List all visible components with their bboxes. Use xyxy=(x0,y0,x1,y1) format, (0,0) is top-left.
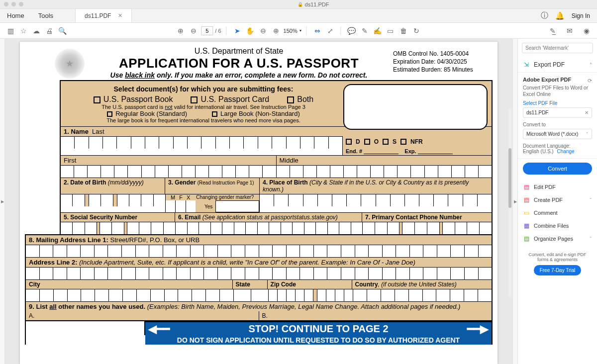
state-cells[interactable] xyxy=(233,289,268,301)
rotate-icon[interactable]: ↻ xyxy=(411,25,422,36)
combine-files-tool[interactable]: ▦Combine Files xyxy=(518,219,597,232)
panel-footer: Convert, edit and e-sign PDF forms & agr… xyxy=(518,247,597,280)
arrow-left-icon: ◀━━ xyxy=(148,323,170,336)
page-number-input[interactable] xyxy=(201,26,213,35)
comment-tool-icon: ▭ xyxy=(523,209,530,216)
large-book-checkbox[interactable]: Large Book (Non-Standard) xyxy=(212,110,300,117)
field-8-address1: 8. Mailing Address Line 1: Street/RFD#, … xyxy=(26,234,492,245)
pointer-icon[interactable]: ➤ xyxy=(232,25,243,36)
esign-icon[interactable]: ✎̲ xyxy=(547,25,558,36)
fit-width-icon[interactable]: ⇔ xyxy=(312,25,323,36)
close-window-dot[interactable] xyxy=(4,2,8,6)
field-5-ssn: 5. Social Security Number xyxy=(61,213,175,222)
stop-sub-banner: DO NOT SIGN APPLICATION UNTIL REQUESTED … xyxy=(145,336,492,345)
country-cells[interactable] xyxy=(353,289,492,301)
refresh-icon[interactable]: ⟳ xyxy=(588,78,592,84)
minimize-window-dot[interactable] xyxy=(11,2,16,6)
status-d-checkbox[interactable] xyxy=(346,139,352,145)
passport-card-checkbox[interactable]: U.S. Passport Card xyxy=(191,95,269,104)
email-cells[interactable] xyxy=(175,222,362,234)
vertical-scrollbar[interactable] xyxy=(508,108,511,297)
zoom-level: 150% xyxy=(284,28,298,34)
dob-cells[interactable] xyxy=(61,194,165,212)
select-pdf-link[interactable]: Select PDF File xyxy=(523,100,592,106)
zoom-dropdown-icon[interactable]: ▾ xyxy=(299,28,301,33)
pob-cells[interactable] xyxy=(260,194,492,212)
comment-icon[interactable]: 💬 xyxy=(346,25,357,36)
export-pdf-tool[interactable]: ⇲ Export PDF ˄ xyxy=(518,57,597,73)
right-rail-collapse-icon[interactable]: ▶ xyxy=(514,199,517,204)
card-note: The U.S. passport card is not valid for … xyxy=(65,104,342,110)
sign-in-link[interactable]: Sign In xyxy=(572,12,590,19)
profile-icon[interactable]: ◉ xyxy=(581,25,592,36)
clear-file-icon[interactable]: ✕ xyxy=(585,110,589,115)
pdf-page: U.S. Department of State APPLICATION FOR… xyxy=(20,42,498,364)
zoom-out-icon[interactable]: ⊖ xyxy=(258,25,269,36)
passport-book-checkbox[interactable]: U.S. Passport Book xyxy=(94,95,173,104)
label-middle: Middle xyxy=(276,156,492,165)
hand-icon[interactable]: ✋ xyxy=(245,25,256,36)
field-9-other-names: 9. List all other names you have used. (… xyxy=(26,301,492,311)
gender-options[interactable]: MFX Changing gender marker? xyxy=(166,194,259,200)
city-cells[interactable] xyxy=(26,289,233,301)
zip-cells[interactable] xyxy=(268,289,353,301)
sidebar-toggle-icon[interactable]: ▥ xyxy=(5,25,16,36)
address1-cells[interactable] xyxy=(26,245,492,257)
comment-tool[interactable]: ▭Comment xyxy=(518,206,597,219)
print-icon[interactable]: 🖨 xyxy=(44,25,55,36)
main-area: ▶ U.S. Department of State APPLICATION F… xyxy=(0,39,597,364)
status-nfr-checkbox[interactable] xyxy=(400,139,406,145)
omb-block: OMB Control No. 1405-0004 Expiration Dat… xyxy=(393,47,493,74)
middle-name-cells[interactable] xyxy=(276,165,492,178)
status-s-checkbox[interactable] xyxy=(383,139,389,145)
address2-cells[interactable] xyxy=(26,267,492,279)
menu-tools[interactable]: Tools xyxy=(31,9,60,22)
convert-button[interactable]: Convert xyxy=(523,163,592,175)
stamp-icon[interactable]: ▭ xyxy=(385,25,396,36)
cloud-upload-icon[interactable]: ☁ xyxy=(31,25,42,36)
first-name-cells[interactable] xyxy=(61,165,276,178)
organize-pages-tool[interactable]: ▤Organize Pages˅ xyxy=(518,232,597,245)
sign-icon[interactable]: ✍ xyxy=(372,25,383,36)
create-pdf-tool[interactable]: ▤Create PDF˅ xyxy=(518,193,597,206)
tab-close-icon[interactable]: ✕ xyxy=(118,12,122,19)
ssn-cells[interactable] xyxy=(61,222,175,234)
convert-format-select[interactable]: Microsoft Word (*.docx) ˅ xyxy=(523,129,592,139)
fit-page-icon[interactable]: ⤢ xyxy=(325,25,336,36)
change-language-link[interactable]: Change xyxy=(557,149,574,154)
mail-icon[interactable]: ✉ xyxy=(564,25,575,36)
highlight-icon[interactable]: ✎ xyxy=(359,25,370,36)
last-name-cells[interactable] xyxy=(61,136,342,149)
field-7-phone: 7. Primary Contact Phone Number xyxy=(362,213,492,222)
combine-files-icon: ▦ xyxy=(523,222,530,229)
free-trial-button[interactable]: Free 7-Day Trial xyxy=(534,265,582,275)
label-city: City xyxy=(26,280,233,289)
edit-pdf-tool[interactable]: ▤Edit PDF xyxy=(518,181,597,193)
page-down-icon[interactable]: ⊖ xyxy=(188,25,199,36)
top-menu: Home Tools ds11.PDF ✕ ⓘ 🔔 Sign In xyxy=(0,9,597,23)
label-first: First xyxy=(61,156,276,165)
tools-search-input[interactable] xyxy=(522,43,593,53)
field-4-pob: 4. Place of Birth (City & State if in th… xyxy=(260,178,492,194)
notification-bell-icon[interactable]: 🔔 xyxy=(555,11,565,20)
tab-label: ds11.PDF xyxy=(85,12,111,19)
both-checkbox[interactable]: Both xyxy=(287,95,313,104)
selected-file-box[interactable]: ds11.PDF ✕ xyxy=(523,107,592,118)
search-icon[interactable]: 🔍 xyxy=(57,25,68,36)
page-up-icon[interactable]: ⊕ xyxy=(175,25,186,36)
star-icon[interactable]: ☆ xyxy=(18,25,29,36)
regular-book-checkbox[interactable]: Regular Book (Standard) xyxy=(107,110,187,117)
page-total: / 6 xyxy=(215,28,221,34)
menu-home[interactable]: Home xyxy=(0,9,31,22)
department-line: U.S. Department of State xyxy=(85,47,393,56)
phone-cells[interactable] xyxy=(362,222,492,234)
status-o-checkbox[interactable] xyxy=(364,139,370,145)
delete-icon[interactable]: 🗑 xyxy=(398,25,409,36)
document-tab[interactable]: ds11.PDF ✕ xyxy=(75,9,132,22)
help-icon[interactable]: ⓘ xyxy=(541,11,548,20)
maximize-window-dot[interactable] xyxy=(19,2,23,6)
document-viewport[interactable]: U.S. Department of State APPLICATION FOR… xyxy=(5,39,512,364)
left-rail-expand-icon[interactable]: ▶ xyxy=(1,199,4,204)
tools-panel: ⇲ Export PDF ˄ Adobe Export PDF ⟳ Conver… xyxy=(517,39,597,364)
zoom-in-icon[interactable]: ⊕ xyxy=(271,25,282,36)
